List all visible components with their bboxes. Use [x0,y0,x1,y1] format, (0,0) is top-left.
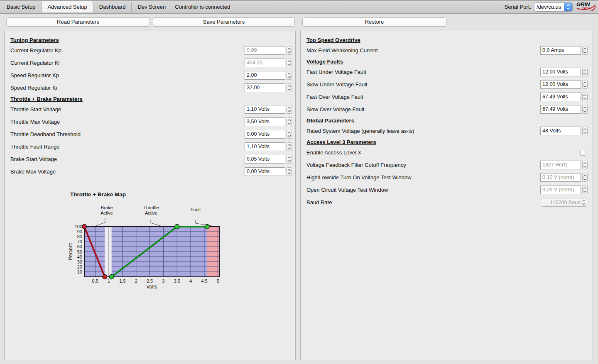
throttle-start-voltage-stepper[interactable] [287,105,292,114]
param-label: Throttle Deadband Threshold [10,131,81,137]
baud-rate-value: 115200 Baud [541,200,581,205]
max-field-weakening-current-input[interactable]: 0,0 Amps [540,46,581,55]
throttle-deadband-threshold-stepper[interactable] [287,130,292,139]
svg-text:60: 60 [77,244,82,249]
throttle-start-voltage-input[interactable]: 1,10 Volts [245,105,285,114]
enable-access-level-3-checkbox[interactable] [580,150,586,156]
section-throttle-brake-parameters: Throttle + Brake Parameters Throttle Sta… [5,96,295,176]
voltage-feedback-filter-cutoff-frequency-stepper [582,161,588,169]
dropdown-arrows-icon [581,199,587,205]
grin-tech-logo: GRIN TECH [576,1,597,13]
svg-text:5: 5 [217,278,219,283]
slow-under-voltage-fault-stepper[interactable] [582,80,588,89]
speed-regulator-kp-input[interactable]: 2,00 [245,71,285,80]
param-row: Max Field Weakening Current 0,0 Amps [301,46,593,55]
speed-regulator-ki-input[interactable]: 32,00 [245,83,285,92]
throttle-max-voltage-stepper[interactable] [287,117,292,126]
brake-max-voltage-stepper[interactable] [287,167,292,176]
tab-basic-setup[interactable]: Basic Setup [1,1,41,12]
y-axis-label: Percent [68,243,74,260]
param-controls: 0,85 Volts [245,155,292,164]
section-access-level-3-parameters: Access Level 3 Parameters Enable Access … [301,139,593,207]
param-controls: 1,10 Volts [245,142,292,151]
svg-text:30: 30 [77,259,82,264]
top-bar: Basic SetupAdvanced SetupDashboardDev Sc… [0,0,598,14]
param-label: Open Circuit Voltage Test Window [306,187,388,193]
svg-text:10: 10 [77,269,82,274]
throttle-fault-range-stepper[interactable] [287,142,292,151]
param-label: Throttle Max Voltage [10,119,60,125]
throttle-max-voltage-input[interactable]: 3,50 Volts [245,117,285,126]
fast-over-voltage-fault-input[interactable]: 67,49 Volts [540,93,581,101]
slow-over-voltage-fault-stepper[interactable] [582,105,588,114]
svg-text:4: 4 [189,278,192,283]
throttle-deadband-threshold-input[interactable]: 0,00 Volts [245,130,285,139]
brake-max-voltage-input[interactable]: 0,00 Volts [245,167,285,176]
section-top-speed-overdrive: Top Speed Overdrive Max Field Weakening … [301,37,593,55]
max-field-weakening-current-stepper[interactable] [582,46,588,55]
throttle-fault-range-input[interactable]: 1,10 Volts [245,142,285,151]
param-controls: 48 Volts [540,127,588,135]
param-row: Fast Under Voltage Fault 12,00 Volts [301,68,593,76]
param-label: High/Lowside Turn On Voltage Test Window [306,174,412,181]
read-parameters-button[interactable]: Read Parameters [6,17,150,27]
param-controls: 0,25 V (norm) [540,186,588,194]
fast-under-voltage-fault-input[interactable]: 12,00 Volts [540,68,581,76]
tab-dev-screen[interactable]: Dev Screen [132,1,172,12]
restore-button[interactable]: Restore [302,17,446,27]
current-regulator-ki-input: 404,25 [245,59,285,67]
param-label: Brake Start Voltage [10,156,57,162]
section-heading: Top Speed Overdrive [306,37,593,43]
param-row: Speed Regulator Ki 32,00 [5,83,295,92]
param-row: Throttle Deadband Threshold 0,00 Volts [5,130,295,139]
annotation-label: Active [100,210,113,215]
fast-under-voltage-fault-stepper[interactable] [582,68,588,76]
param-label: Current Regulator Kp [10,47,61,54]
brake-point [103,275,107,279]
param-controls [580,150,588,156]
rated-system-voltage-generally-leave-as-is-input[interactable]: 48 Volts [540,127,581,135]
param-controls: 0,10 V (norm) [540,173,588,182]
slow-under-voltage-fault-input[interactable]: 12,00 Volts [540,80,581,89]
tab-advanced-setup[interactable]: Advanced Setup [42,1,93,12]
tab-dashboard[interactable]: Dashboard [93,1,132,12]
param-controls: 0,0 Amps [540,46,588,55]
save-parameters-button[interactable]: Save Parameters [153,17,295,27]
throttle-point [175,225,179,229]
brake-start-voltage-input[interactable]: 0,85 Volts [245,155,285,164]
high-lowside-turn-on-voltage-test-window-input: 0,10 V (norm) [540,173,581,182]
slow-over-voltage-fault-input[interactable]: 67,49 Volts [540,105,581,114]
param-controls: 0,00 Volts [245,130,292,139]
param-controls: 12,00 Volts [540,68,588,76]
param-row: High/Lowside Turn On Voltage Test Window… [301,173,593,182]
rated-system-voltage-generally-leave-as-is-stepper[interactable] [582,127,588,135]
fast-over-voltage-fault-stepper[interactable] [582,93,588,101]
open-circuit-voltage-test-window-input: 0,25 V (norm) [540,186,581,194]
serial-port-select[interactable]: /dev/cu.us [534,2,573,12]
x-axis-label: Volts [146,284,157,290]
param-row: Rated System Voltage (generally leave as… [301,127,593,135]
brake-start-voltage-stepper[interactable] [287,155,292,164]
param-row: Current Regulator Kp 0,99 [5,46,295,55]
svg-text:80: 80 [77,234,82,239]
section-global-parameters: Global Parameters Rated System Voltage (… [301,117,593,135]
section-heading: Global Parameters [306,117,593,124]
param-label: Fast Over Voltage Fault [306,94,363,100]
param-row: Fast Over Voltage Fault 67,49 Volts [301,93,593,101]
speed-regulator-kp-stepper[interactable] [287,71,292,80]
panel-right: Top Speed Overdrive Max Field Weakening … [300,31,593,360]
param-label: Throttle Fault Range [10,144,60,150]
param-row: Throttle Start Voltage 1,10 Volts [5,105,295,114]
speed-regulator-ki-stepper[interactable] [287,83,292,92]
connection-status: Controller is connected [175,4,230,10]
annotation-label: Throttle [143,205,159,210]
param-label: Slow Under Voltage Fault [306,81,368,88]
svg-text:3: 3 [162,278,164,283]
param-label: Throttle Start Voltage [10,106,61,112]
section-tuning-parameters: Tuning Parameters Current Regulator Kp 0… [5,37,295,92]
param-row: Throttle Fault Range 1,10 Volts [5,142,295,151]
param-controls: 404,25 [245,59,292,67]
param-controls: 67,49 Volts [540,105,588,114]
param-row: Baud Rate 115200 Baud [301,198,593,207]
dropdown-arrows-icon[interactable] [564,3,572,11]
